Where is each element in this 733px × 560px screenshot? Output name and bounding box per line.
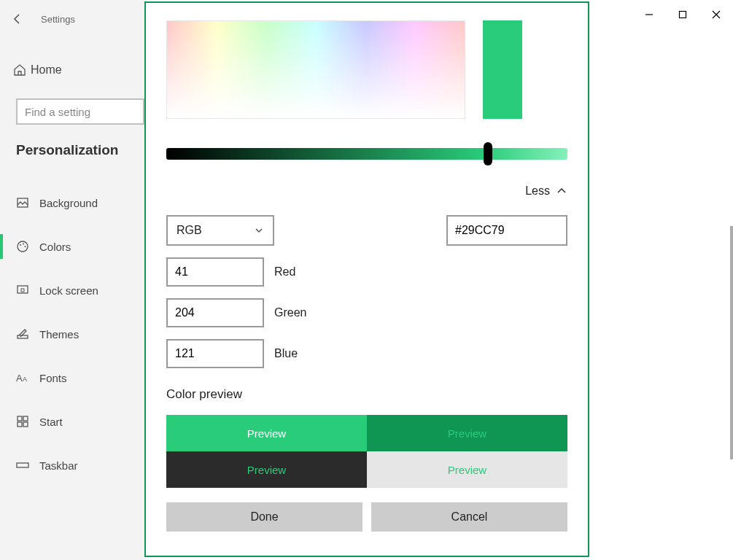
svg-rect-13: [18, 422, 22, 427]
chevron-up-icon[interactable]: [556, 185, 567, 197]
svg-rect-11: [18, 416, 22, 421]
pencil-icon: [16, 327, 39, 341]
back-button[interactable]: [0, 4, 35, 34]
svg-text:A: A: [16, 373, 23, 384]
preview-accent-on-dark-accent: Preview: [367, 415, 567, 451]
font-icon: AA: [16, 372, 39, 384]
saturation-value-field[interactable]: [166, 20, 465, 119]
nav-item-lock-screen[interactable]: Lock screen: [0, 273, 144, 307]
home-label: Home: [31, 63, 62, 77]
svg-text:A: A: [23, 376, 27, 383]
preview-accent-on-light: Preview: [367, 451, 567, 488]
red-input[interactable]: [175, 265, 255, 279]
search-box[interactable]: [16, 98, 144, 125]
green-input-box[interactable]: [166, 298, 264, 327]
nav-item-label: Lock screen: [39, 284, 98, 297]
value-slider[interactable]: [166, 148, 567, 160]
scrollbar-thumb[interactable]: [730, 226, 733, 459]
scrollbar[interactable]: [729, 29, 733, 557]
preview-accent-on-dark: Preview: [166, 451, 367, 488]
color-preview-title: Color preview: [166, 387, 567, 402]
search-input[interactable]: [25, 106, 136, 118]
svg-rect-7: [21, 289, 24, 292]
home-icon: [13, 63, 31, 77]
nav-item-fonts[interactable]: AAFonts: [0, 361, 144, 394]
chevron-down-icon: [254, 225, 264, 236]
blue-input[interactable]: [175, 347, 255, 360]
minimize-button[interactable]: [632, 0, 666, 29]
nav-item-label: Background: [39, 197, 98, 209]
monitor-lock-icon: [16, 284, 39, 297]
nav-item-label: Fonts: [39, 372, 67, 384]
sidebar: Settings Home Personalization Background…: [0, 0, 144, 560]
done-button[interactable]: Done: [166, 502, 362, 532]
nav-item-background[interactable]: Background: [0, 186, 144, 219]
home-button[interactable]: Home: [0, 55, 144, 85]
red-input-box[interactable]: [166, 257, 264, 287]
value-slider-thumb[interactable]: [484, 142, 492, 166]
hex-input[interactable]: [455, 224, 559, 237]
nav-item-label: Start: [39, 416, 63, 428]
blue-label: Blue: [274, 347, 298, 360]
less-toggle-label[interactable]: Less: [525, 184, 550, 198]
nav-item-start[interactable]: Start: [0, 405, 144, 438]
svg-point-3: [20, 244, 21, 246]
window-title: Settings: [35, 14, 75, 25]
svg-rect-8: [18, 335, 28, 338]
nav-item-label: Colors: [39, 241, 71, 253]
titlebar: [632, 0, 733, 29]
green-label: Green: [274, 306, 306, 319]
nav-item-label: Taskbar: [39, 459, 78, 472]
color-mode-dropdown[interactable]: RGB: [166, 215, 274, 246]
current-color-swatch: [483, 20, 522, 119]
hex-input-box[interactable]: [446, 215, 567, 246]
red-label: Red: [274, 265, 295, 279]
color-mode-value: RGB: [177, 224, 202, 237]
svg-rect-14: [23, 422, 28, 427]
svg-rect-15: [17, 463, 28, 467]
svg-point-4: [23, 244, 24, 245]
nav-item-colors[interactable]: Colors: [0, 230, 144, 263]
nav-item-label: Themes: [39, 328, 79, 341]
section-title: Personalization: [0, 125, 144, 158]
nav-item-themes[interactable]: Themes: [0, 317, 144, 351]
blue-input-box[interactable]: [166, 339, 264, 368]
palette-icon: [16, 240, 39, 253]
nav-item-taskbar[interactable]: Taskbar: [0, 448, 144, 482]
green-input[interactable]: [175, 306, 255, 319]
preview-light-on-accent: Preview: [166, 415, 367, 451]
cancel-button[interactable]: Cancel: [371, 502, 567, 532]
svg-point-5: [25, 246, 26, 247]
close-button[interactable]: [699, 0, 733, 29]
start-grid-icon: [16, 415, 39, 428]
svg-rect-0: [680, 12, 686, 18]
color-picker-dialog: Less RGB Red Green Blue Color pr: [144, 1, 589, 557]
svg-rect-12: [23, 416, 28, 421]
svg-point-2: [18, 241, 28, 252]
maximize-button[interactable]: [666, 0, 699, 29]
image-icon: [16, 196, 39, 209]
color-preview-grid: Preview Preview Preview Preview: [166, 415, 567, 488]
taskbar-icon: [16, 460, 39, 470]
